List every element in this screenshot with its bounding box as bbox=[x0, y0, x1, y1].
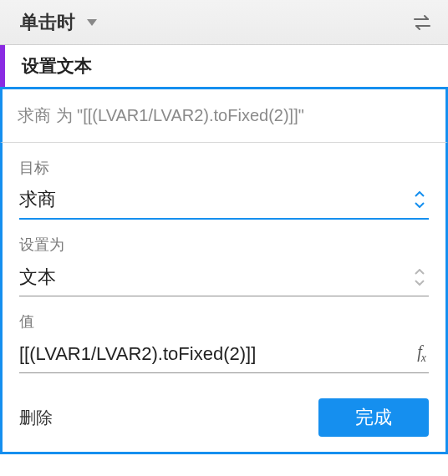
field-value-label: 值 bbox=[19, 311, 429, 332]
field-value: 值 fx bbox=[19, 311, 429, 373]
value-input[interactable] bbox=[19, 343, 410, 365]
set-as-value: 文本 bbox=[19, 265, 410, 290]
target-select[interactable]: 求商 bbox=[19, 183, 429, 220]
field-target: 目标 求商 bbox=[19, 158, 429, 220]
target-value: 求商 bbox=[19, 187, 410, 212]
interaction-panel: 单击时 设置文本 求商 为 "[[(LVAR1/LVAR2).toFixed(2… bbox=[0, 0, 448, 454]
set-as-select[interactable]: 文本 bbox=[19, 260, 429, 296]
field-set-as-label: 设置为 bbox=[19, 235, 429, 255]
caret-down-icon bbox=[87, 19, 97, 26]
spinner-icon bbox=[410, 269, 429, 286]
event-header[interactable]: 单击时 bbox=[0, 0, 448, 45]
form-footer: 删除 完成 bbox=[19, 398, 429, 437]
svg-marker-0 bbox=[87, 19, 97, 26]
action-title: 设置文本 bbox=[22, 54, 92, 78]
spinner-icon bbox=[410, 191, 429, 208]
event-label: 单击时 bbox=[20, 10, 75, 35]
action-summary: 求商 为 "[[(LVAR1/LVAR2).toFixed(2)]]" bbox=[0, 87, 448, 142]
action-row[interactable]: 设置文本 bbox=[0, 45, 448, 87]
field-set-as: 设置为 文本 bbox=[19, 235, 429, 296]
field-target-label: 目标 bbox=[19, 158, 429, 178]
done-button[interactable]: 完成 bbox=[318, 398, 429, 437]
swap-icon[interactable] bbox=[413, 14, 431, 31]
delete-link[interactable]: 删除 bbox=[19, 407, 53, 429]
fx-icon[interactable]: fx bbox=[410, 342, 429, 365]
action-form: 目标 求商 设置为 文本 值 fx bbox=[0, 142, 448, 454]
value-input-row: fx bbox=[19, 337, 429, 373]
